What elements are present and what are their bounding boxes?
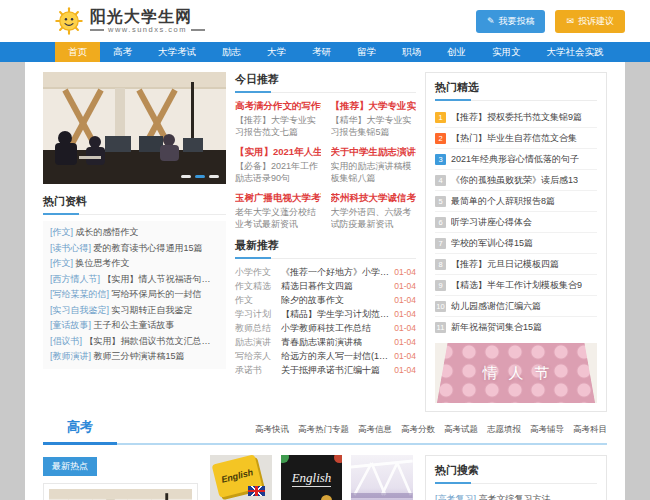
article-subtitle[interactable]: 实用的励志演讲稿模板集锦八篇 — [331, 160, 417, 184]
news-card[interactable]: English 高考英语听力怎么学_ — [210, 455, 272, 500]
pick-title[interactable]: 【推荐】元旦日记模板四篇 — [451, 258, 559, 271]
today-article[interactable]: 苏州科技大学诚信考试最新 大学外语四、六级考试防疫最新资讯 — [331, 191, 417, 230]
pick-item[interactable]: 6 听学习讲座心得体会 — [435, 212, 597, 233]
material-item[interactable]: 写给某某的信 写给环保局长的一封信 — [50, 287, 219, 303]
material-item[interactable]: 西方情人节 【实用】情人节祝福语句合集60条 — [50, 272, 219, 288]
nav-item[interactable]: 实用文 — [479, 42, 534, 62]
material-item[interactable]: 童话故事 王子和公主童话故事 — [50, 318, 219, 334]
article-subtitle[interactable]: 【必备】2021年工作励志语录90句 — [235, 160, 321, 184]
row-title[interactable]: 《推荐一个好地方》小学作文 — [281, 265, 390, 279]
row-title[interactable]: 精选日暮作文四篇 — [281, 279, 390, 293]
carousel[interactable] — [43, 72, 226, 184]
today-article[interactable]: 【实用】2021年人生格言合 【必备】2021年工作励志语录90句 — [235, 145, 321, 184]
latest-row[interactable]: 小学作文 《推荐一个好地方》小学作文 01-04 — [235, 265, 416, 279]
pick-item[interactable]: 5 最简单的个人辞职报告8篇 — [435, 191, 597, 212]
pick-title[interactable]: 听学习讲座心得体会 — [451, 216, 532, 229]
row-title[interactable]: 小学教师科技工作总结 — [281, 321, 390, 335]
carousel-dot[interactable] — [209, 175, 219, 178]
today-article[interactable]: 高考满分作文的写作技巧 【推荐】大学专业实习报告范文七篇 — [235, 99, 321, 138]
item-title: 写给环保局长的一封信 — [112, 289, 202, 299]
article-headline[interactable]: 【推荐】大学专业实习报告 — [331, 99, 417, 112]
row-title[interactable]: 给远方的亲人写一封信(15篇) — [281, 349, 390, 363]
material-item[interactable]: 作文 换位思考作文 — [50, 256, 219, 272]
article-headline[interactable]: 高考满分作文的写作技巧 — [235, 99, 321, 112]
nav-item[interactable]: 留学 — [344, 42, 389, 62]
today-article[interactable]: 玉树广播电视大学考试最新 老年大学义蓬分校结业考试最新资讯 — [235, 191, 321, 230]
gaokao-tab[interactable]: 高考快讯 — [255, 424, 289, 436]
nav-item[interactable]: 创业 — [434, 42, 479, 62]
site-logo[interactable]: 阳光大学生网 www.sundxs.com — [55, 7, 205, 35]
nav-item[interactable]: 考研 — [299, 42, 344, 62]
article-headline[interactable]: 【实用】2021年人生格言合 — [235, 145, 321, 158]
pick-item[interactable]: 11 新年祝福贺词集合15篇 — [435, 317, 597, 337]
pick-title[interactable]: 【推荐】授权委托书范文集锦9篇 — [451, 111, 582, 124]
today-article[interactable]: 【推荐】大学专业实习报告 【精华】大学专业实习报告集锦5篇 — [331, 99, 417, 138]
gaokao-tab[interactable]: 高考试题 — [444, 424, 478, 436]
gaokao-tab[interactable]: 志愿填报 — [487, 424, 521, 436]
gaokao-tab[interactable]: 高考热门专题 — [298, 424, 349, 436]
nav-item[interactable]: 职场 — [389, 42, 434, 62]
nav-item[interactable]: 大学考试 — [145, 42, 209, 62]
pick-title[interactable]: 最简单的个人辞职报告8篇 — [451, 195, 555, 208]
nav-item[interactable]: 大学社会实践 — [534, 42, 617, 62]
search-item[interactable]: 高考复习 高考文综复习方法 — [435, 490, 597, 500]
row-title[interactable]: 青春励志课前演讲稿 — [281, 335, 390, 349]
latest-row[interactable]: 学习计划 【精品】学生学习计划范文五篇 01-04 — [235, 307, 416, 321]
latest-row[interactable]: 写给亲人 给远方的亲人写一封信(15篇) 01-04 — [235, 349, 416, 363]
news-card[interactable]: English 高考英语听力方法 — [281, 455, 343, 500]
material-item[interactable]: 读书心得 爱的教育读书心得通用15篇 — [50, 241, 219, 257]
article-subtitle[interactable]: 【推荐】大学专业实习报告范文七篇 — [235, 114, 321, 138]
article-subtitle[interactable]: 【精华】大学专业实习报告集锦5篇 — [331, 114, 417, 138]
row-title[interactable]: 除夕的故事作文 — [281, 293, 390, 307]
pick-title[interactable]: 2021年经典形容心情低落的句子 — [451, 153, 579, 166]
gaokao-tab[interactable]: 高考信息 — [358, 424, 392, 436]
pick-title[interactable]: 新年祝福贺词集合15篇 — [451, 321, 542, 334]
pick-item[interactable]: 10 幼儿园感谢信汇编六篇 — [435, 296, 597, 317]
nav-item[interactable]: 高考 — [100, 42, 145, 62]
latest-row[interactable]: 教师总结 小学教师科技工作总结 01-04 — [235, 321, 416, 335]
material-item[interactable]: 倡议书 【实用】捐款倡议书范文汇总五篇 — [50, 334, 219, 350]
latest-row[interactable]: 作文精选 精选日暮作文四篇 01-04 — [235, 279, 416, 293]
pick-title[interactable]: 学校的军训心得15篇 — [451, 237, 533, 250]
material-item[interactable]: 作文 成长的感悟作文 — [50, 225, 219, 241]
article-subtitle[interactable]: 老年大学义蓬分校结业考试最新资讯 — [235, 206, 321, 230]
pick-title[interactable]: 幼儿园感谢信汇编六篇 — [451, 300, 541, 313]
gaokao-tab[interactable]: 高考分数 — [401, 424, 435, 436]
pick-title[interactable]: 《你的孤独虽败犹荣》读后感13 — [451, 174, 578, 187]
latest-row[interactable]: 承诺书 关于抵押承诺书汇编十篇 01-04 — [235, 363, 416, 377]
carousel-dot[interactable] — [181, 175, 191, 178]
pick-item[interactable]: 8 【推荐】元旦日记模板四篇 — [435, 254, 597, 275]
pick-item[interactable]: 9 【精选】半年工作计划模板集合9 — [435, 275, 597, 296]
valentine-image[interactable]: 情人节 — [435, 343, 597, 403]
today-article[interactable]: 关于中学生励志演讲稿4篇 实用的励志演讲稿模板集锦八篇 — [331, 145, 417, 184]
news-card[interactable]: 精选大学专业实习报 — [351, 455, 413, 500]
gaokao-tab[interactable]: 高考辅导 — [530, 424, 564, 436]
nav-item[interactable]: 首页 — [55, 42, 100, 62]
pick-title[interactable]: 【热门】毕业生自荐信范文合集 — [451, 132, 577, 145]
latest-row[interactable]: 励志演讲 青春励志课前演讲稿 01-04 — [235, 335, 416, 349]
feedback-button[interactable]: ✉ 投诉建议 — [555, 10, 625, 33]
gaokao-tab[interactable]: 高考科目 — [573, 424, 607, 436]
material-item[interactable]: 实习自我鉴定 实习期转正自我鉴定 — [50, 303, 219, 319]
pick-item[interactable]: 1 【推荐】授权委托书范文集锦9篇 — [435, 107, 597, 128]
article-headline[interactable]: 苏州科技大学诚信考试最新 — [331, 191, 417, 204]
pick-item[interactable]: 7 学校的军训心得15篇 — [435, 233, 597, 254]
pick-item[interactable]: 4 《你的孤独虽败犹荣》读后感13 — [435, 170, 597, 191]
gaokao-section-title[interactable]: 高考 — [43, 418, 117, 445]
pick-item[interactable]: 2 【热门】毕业生自荐信范文合集 — [435, 128, 597, 149]
row-title[interactable]: 关于抵押承诺书汇编十篇 — [281, 363, 390, 377]
row-title[interactable]: 【精品】学生学习计划范文五篇 — [281, 307, 390, 321]
article-headline[interactable]: 玉树广播电视大学考试最新 — [235, 191, 321, 204]
nav-item[interactable]: 大学 — [254, 42, 299, 62]
material-item[interactable]: 教师演讲 教师三分钟演讲稿15篇 — [50, 349, 219, 365]
gaokao-photo-card[interactable] — [43, 483, 198, 500]
pick-item[interactable]: 3 2021年经典形容心情低落的句子 — [435, 149, 597, 170]
pick-title[interactable]: 【精选】半年工作计划模板集合9 — [451, 279, 582, 292]
latest-row[interactable]: 作文 除夕的故事作文 01-04 — [235, 293, 416, 307]
carousel-dot-active[interactable] — [195, 175, 205, 178]
article-subtitle[interactable]: 大学外语四、六级考试防疫最新资讯 — [331, 206, 417, 230]
gaokao-tabs: 高考快讯 高考热门专题 高考信息 高考分数 高考试题 志愿填报 高考辅导 高考科… — [255, 424, 607, 443]
article-headline[interactable]: 关于中学生励志演讲稿4篇 — [331, 145, 417, 158]
nav-item[interactable]: 励志 — [209, 42, 254, 62]
submit-post-button[interactable]: ✎ 我要投稿 — [476, 10, 546, 33]
